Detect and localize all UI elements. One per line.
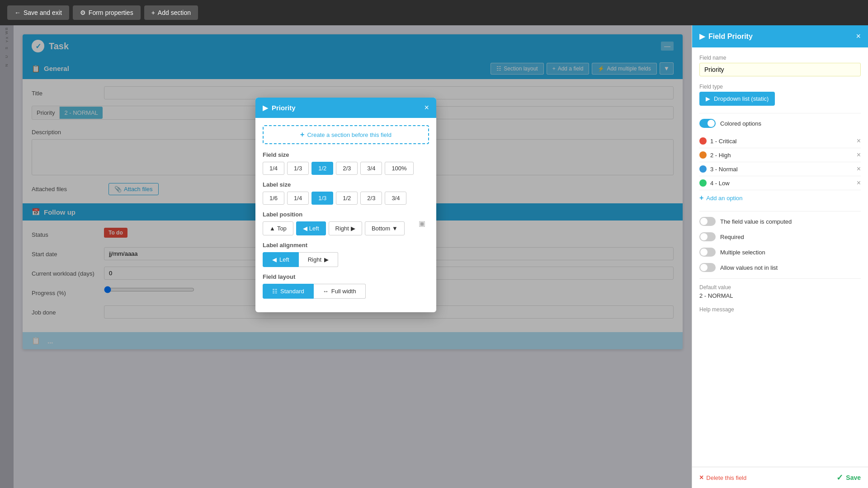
copy-icon: ▣ (419, 219, 425, 228)
label-alignment-label: Label alignment (263, 242, 429, 249)
back-button[interactable]: ← Save and exit (7, 5, 69, 20)
label-size-label: Label size (263, 181, 429, 188)
right-align-icon: ▶ (324, 256, 329, 263)
option-2-name: 2 - High (710, 152, 731, 159)
label-pos-top[interactable]: ▲ Top (263, 221, 293, 235)
right-arrow-icon: ▶ (351, 225, 355, 232)
right-panel: ▶ Field Priority × Field name Field type… (692, 25, 868, 488)
field-name-group: Field name (699, 55, 861, 76)
label-align-left[interactable]: ◀ Left (263, 252, 299, 267)
option-3-color-dot (699, 165, 707, 173)
field-size-3-4[interactable]: 3/4 (360, 162, 382, 175)
help-message-label: Help message (699, 306, 861, 313)
field-size-label: Field size (263, 151, 429, 158)
label-size-1-4[interactable]: 1/4 (287, 192, 309, 205)
field-type-group: Field type ▶ Dropdown list (static) (699, 84, 861, 106)
multiple-toggle-row: Multiple selection (699, 248, 861, 257)
modal-cursor-icon: ▶ (263, 104, 268, 112)
field-size-1-2[interactable]: 1/2 (311, 162, 333, 175)
label-alignment-section: Label alignment ◀ Left Right ▶ (263, 242, 429, 267)
divider (699, 113, 861, 113)
default-value-label: Default value (699, 284, 861, 291)
multiple-toggle[interactable] (699, 248, 716, 257)
label-size-1-6[interactable]: 1/6 (263, 192, 284, 205)
field-layout-section: Field layout ☷ Standard ↔ Full width (263, 273, 429, 299)
computed-toggle-row: The field value is computed (699, 217, 861, 226)
colored-options-toggle[interactable] (699, 119, 716, 128)
modal-header: ▶ Priority × (255, 98, 436, 118)
modal-close-button[interactable]: × (424, 103, 429, 113)
allow-values-toggle-row: Allow values not in list (699, 263, 861, 272)
right-panel-close-button[interactable]: × (856, 32, 861, 41)
label-position-label: Label position (263, 211, 429, 218)
option-1-remove[interactable]: × (857, 137, 861, 145)
label-alignment-buttons: ◀ Left Right ▶ (263, 252, 429, 267)
field-size-100[interactable]: 100% (385, 162, 413, 175)
save-button[interactable]: ✓ Save (836, 473, 861, 483)
form-properties-button[interactable]: ⚙ Form properties (73, 5, 141, 20)
left-align-icon: ◀ (272, 256, 277, 263)
option-2-remove[interactable]: × (857, 151, 861, 159)
field-type-button[interactable]: ▶ Dropdown list (static) (699, 92, 775, 106)
option-row-2: 2 - High × (699, 148, 861, 162)
plus-icon: + (151, 9, 155, 16)
multiple-label: Multiple selection (720, 249, 765, 256)
label-pos-left[interactable]: ◀ Left (296, 221, 326, 235)
required-toggle-row: Required (699, 232, 861, 241)
label-size-3-4[interactable]: 3/4 (385, 192, 406, 205)
modal-title: ▶ Priority (263, 104, 296, 112)
field-size-buttons: 1/4 1/3 1/2 2/3 3/4 100% (263, 162, 429, 175)
layout-standard[interactable]: ☷ Standard (263, 284, 314, 299)
help-message-group: Help message (699, 306, 861, 313)
divider-2 (699, 211, 861, 211)
add-option-button[interactable]: + Add an option (699, 190, 861, 206)
field-size-1-4[interactable]: 1/4 (263, 162, 284, 175)
allow-values-toggle[interactable] (699, 263, 716, 272)
standard-layout-icon: ☷ (272, 288, 278, 295)
label-align-right[interactable]: Right ▶ (299, 252, 338, 267)
label-position-buttons: ▲ Top ◀ Left Right ▶ Bottom ▼ (263, 221, 429, 235)
label-pos-bottom[interactable]: Bottom ▼ (365, 221, 405, 235)
field-type-label: Field type (699, 84, 861, 90)
label-size-1-2[interactable]: 1/2 (336, 192, 358, 205)
priority-modal: ▶ Priority × + Create a section before t… (255, 98, 436, 312)
field-size-2-3[interactable]: 2/3 (336, 162, 358, 175)
field-name-label: Field name (699, 55, 861, 61)
option-4-color-dot (699, 179, 707, 187)
checkmark-icon: ✓ (836, 473, 843, 483)
top-toolbar: ← Save and exit ⚙ Form properties + Add … (0, 0, 868, 25)
arrows-icon: ↔ (323, 288, 329, 295)
create-section-before-button[interactable]: + Create a section before this field (263, 125, 429, 144)
option-3-name: 3 - Normal (710, 166, 738, 173)
computed-toggle[interactable] (699, 217, 716, 226)
plus-icon: + (300, 131, 304, 139)
option-row-1: 1 - Critical × (699, 134, 861, 148)
default-value-group: Default value 2 - NORMAL (699, 284, 861, 299)
up-arrow-icon: ▲ (269, 225, 275, 232)
required-toggle[interactable] (699, 232, 716, 241)
option-row-4: 4 - Low × (699, 176, 861, 190)
field-layout-buttons: ☷ Standard ↔ Full width (263, 284, 429, 299)
option-1-name: 1 - Critical (710, 138, 737, 145)
label-size-buttons: 1/6 1/4 1/3 1/2 2/3 3/4 (263, 192, 429, 205)
option-4-remove[interactable]: × (857, 179, 861, 187)
label-size-1-3[interactable]: 1/3 (311, 192, 333, 205)
colored-options-row: Colored options (699, 119, 861, 128)
layout-full-width[interactable]: ↔ Full width (314, 284, 366, 299)
option-4-name: 4 - Low (710, 180, 730, 187)
option-3-remove[interactable]: × (857, 165, 861, 173)
field-layout-label: Field layout (263, 273, 429, 280)
field-name-input[interactable] (699, 63, 861, 76)
options-list: 1 - Critical × 2 - High × 3 - Normal (699, 134, 861, 190)
computed-label: The field value is computed (720, 218, 792, 225)
delete-field-button[interactable]: × Delete this field (699, 474, 746, 482)
allow-values-label: Allow values not in list (720, 264, 778, 271)
add-section-button[interactable]: + Add section (144, 5, 198, 20)
label-size-2-3[interactable]: 2/3 (360, 192, 382, 205)
divider-3 (699, 278, 861, 279)
dropdown-icon: ▶ (706, 95, 710, 102)
option-row-3: 3 - Normal × (699, 162, 861, 176)
field-size-1-3[interactable]: 1/3 (287, 162, 309, 175)
add-section-label: Add section (158, 9, 191, 16)
label-pos-right[interactable]: Right ▶ (329, 221, 362, 235)
